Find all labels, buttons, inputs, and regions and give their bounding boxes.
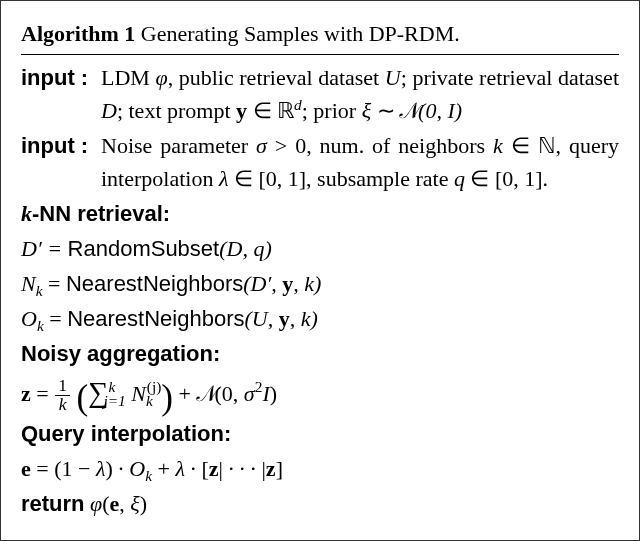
input-block-2: input : Noise parameter σ > 0, num. of n… xyxy=(21,129,619,195)
args-close: , k) xyxy=(290,306,318,331)
input-block-1: input : LDM φ, public retrieval dataset … xyxy=(21,61,619,127)
args-close: , k) xyxy=(293,271,321,296)
sym-O: O xyxy=(129,456,145,481)
plus: + xyxy=(173,381,196,406)
text: Noise parameter xyxy=(101,133,256,158)
sym-N: 𝒩 xyxy=(400,98,418,123)
sym-I: I xyxy=(262,381,269,406)
sym-Ncal: 𝒩 xyxy=(197,381,215,406)
algorithm-box: Algorithm 1 Generating Samples with DP-R… xyxy=(0,0,640,541)
return-line: return φ(e, ξ) xyxy=(21,487,619,520)
divider xyxy=(21,54,619,55)
algo-title: Algorithm 1 Generating Samples with DP-R… xyxy=(21,17,619,50)
sym-lambda: λ xyxy=(96,456,106,481)
sym-D: D xyxy=(101,98,117,123)
sub-k: k xyxy=(37,317,44,334)
text: -NN retrieval: xyxy=(32,201,170,226)
sym-phi: φ xyxy=(90,491,102,516)
sup-j: (j) xyxy=(147,378,162,395)
algo-label: Algorithm 1 xyxy=(21,21,135,46)
text: = (1 − xyxy=(31,456,96,481)
sym-z: z xyxy=(21,381,31,406)
text: ∈ [0, 1]. xyxy=(465,166,548,191)
paren-close: ) xyxy=(161,378,173,417)
sym-xi: ξ xyxy=(130,491,139,516)
algo-title-text: Generating Samples with DP-RDM. xyxy=(141,21,460,46)
sym-R: ℝ xyxy=(277,98,294,123)
sym-y: y xyxy=(279,306,290,331)
sum-lower: j=1 xyxy=(103,392,125,409)
dots: | · · · | xyxy=(219,456,266,481)
section-interp: Query interpolation: xyxy=(21,417,619,450)
text: ] xyxy=(276,456,283,481)
paren-open: ( xyxy=(102,491,109,516)
sym-sigma: σ xyxy=(244,381,255,406)
knn-line-2: Nk = NearestNeighbors(D′, y, k) xyxy=(21,267,619,300)
sym-O: O xyxy=(21,306,37,331)
sym-q: q xyxy=(454,166,465,191)
lhs: D′ = xyxy=(21,236,68,261)
text: · [ xyxy=(185,456,209,481)
sym-Nset: ℕ xyxy=(538,133,556,158)
fn-nn: NearestNeighbors xyxy=(66,271,243,296)
input-body-1: LDM φ, public retrieval dataset U; priva… xyxy=(101,61,619,127)
text: ) · xyxy=(105,456,129,481)
eq: = xyxy=(31,381,54,406)
sym-d: d xyxy=(294,96,302,113)
args-close: ) xyxy=(270,381,277,406)
frac-den: k xyxy=(55,396,70,414)
sym-z: z xyxy=(266,456,276,481)
sym-xi: ξ xyxy=(362,98,371,123)
args-open: (U, xyxy=(244,306,278,331)
paren-open: ( xyxy=(76,378,88,417)
text: > 0 xyxy=(267,133,306,158)
sym-y: y xyxy=(282,271,293,296)
sym-sigma: σ xyxy=(256,133,267,158)
section-knn: k-NN retrieval: xyxy=(21,197,619,230)
text: ∼ xyxy=(371,98,400,123)
eq: = xyxy=(44,306,67,331)
text: ∈ xyxy=(503,133,538,158)
sub-k: k xyxy=(36,282,43,299)
frac-1-over-k: 1k xyxy=(55,377,70,413)
paren-close: ) xyxy=(140,491,147,516)
text: + xyxy=(152,456,175,481)
sym-N: N xyxy=(21,271,36,296)
sym-k: k xyxy=(21,201,32,226)
fn-nn: NearestNeighbors xyxy=(67,306,244,331)
sym-y: y xyxy=(236,98,247,123)
knn-line-1: D′ = RandomSubset(D, q) xyxy=(21,232,619,265)
sym-N: N xyxy=(131,381,146,406)
comma: , xyxy=(119,491,130,516)
args: (D, q) xyxy=(219,236,272,261)
text: LDM xyxy=(101,65,155,90)
eq: = xyxy=(43,271,66,296)
section-noisy: Noisy aggregation: xyxy=(21,337,619,370)
text: , public retrieval dataset xyxy=(168,65,385,90)
text: , subsample rate xyxy=(306,166,454,191)
args-open: (D′, xyxy=(243,271,282,296)
text: , num. of neighbors xyxy=(306,133,493,158)
sym-e: e xyxy=(21,456,31,481)
sym-lambda: λ xyxy=(175,456,185,481)
text: ∈ xyxy=(247,98,277,123)
text: ; private retrieval dataset xyxy=(401,65,619,90)
text: (0, I) xyxy=(418,98,462,123)
interp-line: e = (1 − λ) · Ok + λ · [z| · · · |z] xyxy=(21,452,619,485)
sym-U: U xyxy=(385,65,401,90)
args-open: (0, xyxy=(215,381,244,406)
agg-line: z = 1k (∑kj=1 Nk(j)) + 𝒩(0, σ2I) xyxy=(21,372,619,415)
input-kw-1: input : xyxy=(21,61,101,127)
return-kw: return xyxy=(21,491,85,516)
sub-k: k xyxy=(145,467,152,484)
sym-z: z xyxy=(209,456,219,481)
text: ∈ [0, 1] xyxy=(228,166,306,191)
text: ; text prompt xyxy=(117,98,236,123)
knn-line-3: Ok = NearestNeighbors(U, y, k) xyxy=(21,302,619,335)
sym-k: k xyxy=(493,133,503,158)
sym-phi: φ xyxy=(155,65,167,90)
input-kw-2: input : xyxy=(21,129,101,195)
text: ; prior xyxy=(302,98,362,123)
sym-e: e xyxy=(110,491,120,516)
fn-randomsubset: RandomSubset xyxy=(68,236,220,261)
